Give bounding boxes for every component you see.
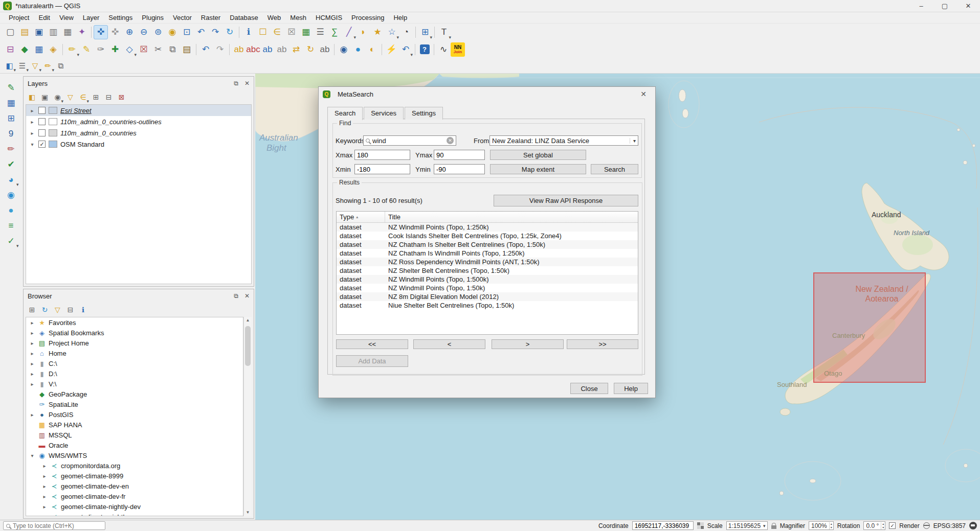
field-calculator-button[interactable]: ☰ [313,25,327,39]
save-layer-edits-button[interactable]: ✑ [94,42,108,57]
add-vector-layer-button[interactable]: ◆ [17,42,32,57]
ymax-input[interactable] [434,150,485,160]
select-features-button[interactable]: ☐ [256,25,270,39]
expand-arrow-icon[interactable]: ▸ [41,463,48,469]
result-row[interactable]: dataset NZ Shelter Belt Centrelines (Top… [337,266,638,275]
dialog-tab[interactable]: Services [364,107,404,120]
digitize-v-button[interactable]: ✎ [4,81,19,95]
float-panel-icon[interactable]: ⧉ [234,80,238,87]
close-panel-icon[interactable]: ✕ [244,292,250,299]
expand-arrow-icon[interactable]: ▾ [29,453,35,458]
add-group-button[interactable]: ▣ [39,91,51,103]
search-button[interactable]: Search [591,164,638,174]
toolbar-separator[interactable] [413,25,418,39]
menu-item[interactable]: Processing [347,13,389,22]
browser-item[interactable]: ▸ ≺ geomet-climate-nightly-en [26,512,243,516]
expand-arrow-icon[interactable]: ▸ [29,108,35,113]
toolbar-separator[interactable] [237,25,241,39]
zoom-next-button[interactable]: ↷ [208,25,222,39]
menu-item[interactable]: Mesh [285,13,311,22]
dialog-help-button[interactable]: Help [614,383,648,394]
expand-arrow-icon[interactable]: ▸ [29,381,35,387]
menu-item[interactable]: Database [225,13,263,22]
expand-arrow-icon[interactable]: ▾ [29,142,35,147]
refresh-button[interactable]: ↻ [222,25,237,39]
rotate-label-button[interactable]: ↻ [303,42,318,57]
pin-labels-button[interactable]: ab [260,42,275,57]
set-global-button[interactable]: Set global [490,150,586,160]
layer-styling-toggle-button[interactable]: ◧ [3,59,16,72]
zoom-out-button[interactable]: ⊖ [137,25,151,39]
pan-map-button[interactable]: ✜ [94,25,108,39]
map-extent-button[interactable]: Map extent [490,164,586,174]
pager-button[interactable]: < [413,339,485,349]
pager-button[interactable]: << [336,339,408,349]
expand-arrow-icon[interactable]: ▸ [29,320,35,326]
scroll-up-icon[interactable]: ▲ [244,317,252,324]
browser-item[interactable]: ▸ ▮ C:\ [26,358,243,368]
collapse-browser-button[interactable]: ⊟ [64,304,76,316]
globe-button[interactable]: ◉ [4,188,19,202]
expand-arrow-icon[interactable]: ▸ [41,473,48,479]
zoom-to-layer-button[interactable]: ⊡ [180,25,194,39]
coordinate-input[interactable] [632,521,694,530]
save-project-button[interactable]: ▣ [32,25,46,39]
cut-features-button[interactable]: ✂ [151,42,165,57]
menu-item[interactable]: Vector [168,13,196,22]
zoom-full-button[interactable]: ⊚ [151,25,165,39]
browser-item[interactable]: ▸ ▮ V:\ [26,379,243,389]
toolbar-separator[interactable] [60,42,65,57]
osm-info-button[interactable]: ◐ [365,42,380,57]
expand-arrow-icon[interactable]: ▸ [41,504,48,510]
text-annotation-button[interactable]: T [437,25,451,39]
add-data-button[interactable]: Add Data [336,355,408,367]
ymin-input[interactable] [434,164,485,174]
browser-scrollbar[interactable]: ▲ ▼ [243,317,252,516]
result-row[interactable]: dataset NZ Windmill Points (Topo, 1:500k… [337,275,638,284]
digit-9-button[interactable]: 9 [4,127,19,141]
toolbar-separator[interactable] [432,42,436,57]
result-row[interactable]: dataset NZ Windmill Points (Topo, 1:250k… [337,223,638,232]
statistical-summary-button[interactable]: ∑ [327,25,342,39]
view-raw-api-button[interactable]: View Raw API Response [494,195,638,206]
dialog-close-icon[interactable]: ✕ [636,90,651,98]
osm-place-search-button[interactable]: ◉ [337,42,351,57]
crs-icon[interactable] [923,522,930,529]
result-row[interactable]: dataset NZ Ross Dependency Windmill Poin… [337,258,638,266]
temporal-controller-button[interactable]: ◔ [399,25,413,39]
map-tips-button[interactable]: ◗ [356,25,370,39]
layer-checkbox[interactable] [38,118,46,125]
minimize-button[interactable]: – [909,0,933,12]
expand-arrow-icon[interactable]: ▸ [29,330,35,336]
toolbar-separator[interactable] [227,42,232,57]
delete-selected-button[interactable]: ☒ [137,42,151,57]
pan-to-selection-button[interactable]: ✜ [108,25,122,39]
expand-all-button[interactable]: ⊞ [90,91,102,103]
collapse-all-button[interactable]: ⊟ [103,91,115,103]
browser-item[interactable]: ▬ Oracle [26,440,243,450]
expand-arrow-icon[interactable]: ▸ [29,412,35,418]
toolbar-separator[interactable] [413,42,417,57]
undo-button[interactable]: ↶ [198,42,213,57]
scrollbar-thumb[interactable] [245,326,251,366]
legend-list-button[interactable]: ☰ [16,59,29,72]
locate-input[interactable] [13,522,95,529]
open-attribute-table-button[interactable]: ▦ [299,25,313,39]
vertex-tool-button[interactable]: ◇ [122,42,137,57]
expand-arrow-icon[interactable]: ▸ [29,130,35,136]
toolbar-separator[interactable] [432,25,437,39]
magnifier-stepper[interactable]: 100% ▴▾ [809,521,834,530]
browser-item[interactable]: ▸ ≺ geomet-climate-nightly-dev [26,501,243,512]
toolbar-separator[interactable] [194,42,198,57]
xmin-input[interactable] [354,164,410,174]
scroll-down-icon[interactable]: ▼ [244,509,252,516]
browser-item[interactable]: ◆ GeoPackage [26,389,243,399]
close-panel-icon[interactable]: ✕ [244,80,250,87]
menu-item[interactable]: Layer [78,13,104,22]
dialog-tab[interactable]: Settings [405,107,443,120]
green-check-button[interactable]: ✔ [4,157,19,171]
measure-button[interactable]: ╱ [342,25,356,39]
dialog-tab[interactable]: Search [327,107,363,120]
new-bookmark-button[interactable]: ★ [370,25,385,39]
close-button[interactable]: ✕ [956,0,980,12]
